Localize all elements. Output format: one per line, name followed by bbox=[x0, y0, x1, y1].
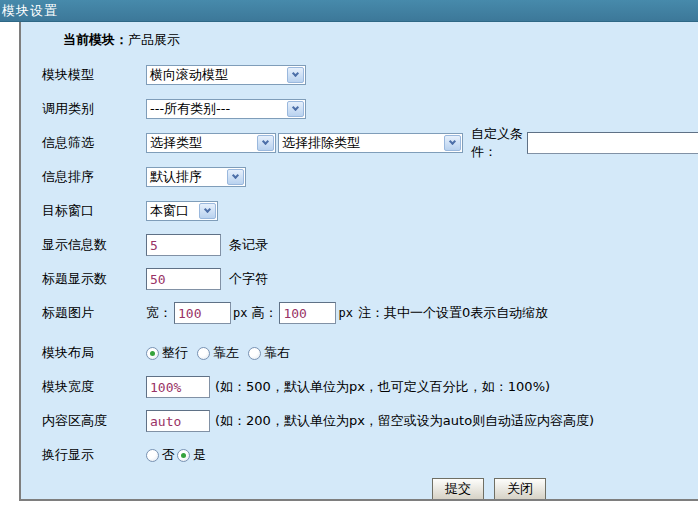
wrap-option-yes[interactable]: 是 bbox=[177, 446, 206, 464]
current-module-row: 当前模块： 产品展示 bbox=[21, 22, 698, 58]
title-image-note: 注：其中一个设置0表示自动缩放 bbox=[358, 304, 548, 322]
layout-option-label: 靠右 bbox=[264, 344, 290, 362]
target-window-row: 目标窗口 本窗口 bbox=[21, 194, 698, 228]
module-width-row: 模块宽度 (如：500，默认单位为px，也可定义百分比，如：100%) bbox=[21, 370, 698, 404]
wrap-option-no[interactable]: 否 bbox=[146, 446, 175, 464]
wrap-option-label: 是 bbox=[193, 446, 206, 464]
layout-option-left[interactable]: 靠左 bbox=[197, 344, 239, 362]
info-sort-row: 信息排序 默认排序 bbox=[21, 160, 698, 194]
module-width-label: 模块宽度 bbox=[42, 378, 146, 396]
radio-icon[interactable] bbox=[146, 347, 159, 360]
info-sort-selected-value: 默认排序 bbox=[147, 168, 205, 186]
chevron-down-icon bbox=[287, 101, 304, 117]
call-category-label: 调用类别 bbox=[42, 100, 146, 118]
wrap-display-row: 换行显示 否 是 bbox=[21, 438, 698, 472]
custom-condition-label: 自定义条件： bbox=[471, 125, 523, 161]
info-count-input[interactable] bbox=[146, 234, 221, 256]
info-filter-row: 信息筛选 选择类型 选择排除类型 自定义条件： bbox=[21, 126, 698, 160]
window-titlebar: 模块设置 bbox=[0, 0, 698, 22]
info-sort-label: 信息排序 bbox=[42, 168, 146, 186]
module-settings-window: 模块设置 当前模块： 产品展示 模块模型 横向滚动模型 调用类别 ---所有类别… bbox=[0, 0, 698, 509]
wrap-option-label: 否 bbox=[162, 446, 175, 464]
filter-type-select[interactable]: 选择类型 bbox=[146, 133, 276, 153]
content-height-row: 内容区高度 (如：200，默认单位为px，留空或设为auto则自动适应内容高度) bbox=[21, 404, 698, 438]
image-width-unit: px bbox=[233, 306, 247, 320]
chevron-down-icon bbox=[257, 135, 274, 151]
window-title: 模块设置 bbox=[2, 2, 58, 20]
info-count-row: 显示信息数 条记录 bbox=[21, 228, 698, 262]
target-window-select[interactable]: 本窗口 bbox=[146, 201, 218, 221]
info-count-suffix: 条记录 bbox=[229, 236, 268, 254]
current-module-value: 产品展示 bbox=[128, 31, 180, 49]
image-height-label: 高： bbox=[251, 304, 277, 322]
chevron-down-icon bbox=[444, 135, 461, 151]
target-window-label: 目标窗口 bbox=[42, 202, 146, 220]
title-length-row: 标题显示数 个字符 bbox=[21, 262, 698, 296]
call-category-row: 调用类别 ---所有类别--- bbox=[21, 92, 698, 126]
radio-icon[interactable] bbox=[197, 347, 210, 360]
chevron-down-icon bbox=[287, 67, 304, 83]
title-length-suffix: 个字符 bbox=[229, 270, 268, 288]
module-width-input[interactable] bbox=[146, 376, 210, 398]
image-height-unit: px bbox=[338, 306, 352, 320]
form-actions-row: 提交 关闭 bbox=[21, 472, 698, 501]
module-layout-label: 模块布局 bbox=[42, 344, 146, 362]
module-width-hint: (如：500，默认单位为px，也可定义百分比，如：100%) bbox=[215, 378, 550, 396]
title-image-label: 标题图片 bbox=[42, 304, 146, 322]
layout-option-label: 靠左 bbox=[213, 344, 239, 362]
content-height-input[interactable] bbox=[146, 410, 210, 432]
title-image-row: 标题图片 宽： px 高： px 注：其中一个设置0表示自动缩放 bbox=[21, 296, 698, 330]
image-width-input[interactable] bbox=[174, 302, 231, 324]
radio-icon[interactable] bbox=[248, 347, 261, 360]
module-model-select[interactable]: 横向滚动模型 bbox=[146, 65, 306, 85]
radio-icon[interactable] bbox=[146, 449, 159, 462]
close-button[interactable]: 关闭 bbox=[494, 478, 546, 500]
image-width-label: 宽： bbox=[146, 304, 172, 322]
call-category-select[interactable]: ---所有类别--- bbox=[146, 99, 306, 119]
info-filter-label: 信息筛选 bbox=[42, 134, 146, 152]
module-model-row: 模块模型 横向滚动模型 bbox=[21, 58, 698, 92]
module-layout-row: 模块布局 整行 靠左 靠右 bbox=[21, 336, 698, 370]
radio-icon[interactable] bbox=[177, 449, 190, 462]
submit-button[interactable]: 提交 bbox=[432, 478, 484, 500]
target-window-selected-value: 本窗口 bbox=[147, 202, 192, 220]
chevron-down-icon bbox=[227, 169, 244, 185]
filter-exclude-select[interactable]: 选择排除类型 bbox=[278, 133, 463, 153]
layout-option-label: 整行 bbox=[162, 344, 188, 362]
content-height-label: 内容区高度 bbox=[42, 412, 146, 430]
layout-option-full-row[interactable]: 整行 bbox=[146, 344, 188, 362]
module-model-selected-value: 横向滚动模型 bbox=[147, 66, 231, 84]
settings-form: 当前模块： 产品展示 模块模型 横向滚动模型 调用类别 ---所有类别--- 信… bbox=[19, 22, 698, 501]
current-module-label: 当前模块： bbox=[63, 31, 128, 49]
chevron-down-icon bbox=[199, 203, 216, 219]
filter-exclude-selected-value: 选择排除类型 bbox=[279, 134, 363, 152]
module-model-label: 模块模型 bbox=[42, 66, 146, 84]
layout-option-right[interactable]: 靠右 bbox=[248, 344, 290, 362]
call-category-selected-value: ---所有类别--- bbox=[147, 100, 233, 118]
content-height-hint: (如：200，默认单位为px，留空或设为auto则自动适应内容高度) bbox=[215, 412, 594, 430]
image-height-input[interactable] bbox=[279, 302, 336, 324]
custom-condition-input[interactable] bbox=[527, 132, 698, 154]
title-length-input[interactable] bbox=[146, 268, 221, 290]
info-sort-select[interactable]: 默认排序 bbox=[146, 167, 246, 187]
info-count-label: 显示信息数 bbox=[42, 236, 146, 254]
title-length-label: 标题显示数 bbox=[42, 270, 146, 288]
wrap-display-label: 换行显示 bbox=[42, 446, 146, 464]
filter-type-selected-value: 选择类型 bbox=[147, 134, 205, 152]
